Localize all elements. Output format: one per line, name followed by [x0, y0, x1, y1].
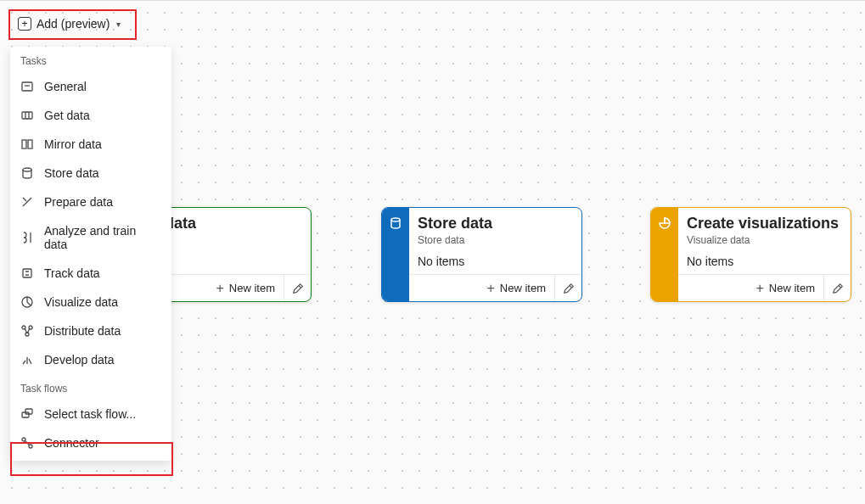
database-icon: [389, 216, 402, 230]
menu-item-select-task-flow[interactable]: Select task flow...: [10, 400, 171, 428]
store-data-icon: [20, 166, 34, 180]
menu-item-store-data[interactable]: Store data: [10, 159, 171, 188]
menu-item-develop-data[interactable]: Develop data: [10, 345, 171, 374]
task-card-visualize[interactable]: Create visualizations Visualize data No …: [650, 207, 851, 302]
add-preview-button[interactable]: + Add (preview) ▾: [11, 12, 127, 36]
menu-item-connector[interactable]: Connector: [10, 428, 171, 457]
prepare-data-icon: [20, 195, 34, 209]
pie-chart-icon: [658, 216, 671, 230]
plus-icon: +: [755, 282, 763, 295]
menu-item-label: Track data: [44, 266, 100, 280]
pencil-icon: [563, 283, 575, 294]
menu-item-general[interactable]: General: [10, 72, 171, 101]
new-item-label: New item: [769, 282, 815, 294]
select-flow-icon: [20, 407, 34, 421]
plus-box-icon: +: [18, 17, 31, 31]
menu-item-label: Connector: [44, 436, 99, 450]
menu-item-label: Analyze and train data: [44, 224, 161, 251]
plus-icon: +: [216, 282, 223, 295]
distribute-data-icon: [20, 324, 34, 338]
menu-item-label: General: [44, 80, 87, 93]
connector-icon: [20, 436, 34, 450]
svg-rect-4: [28, 140, 32, 148]
menu-item-prepare-data[interactable]: Prepare data: [10, 188, 171, 216]
task-card-store-data[interactable]: Store data Store data No items + New ite…: [381, 207, 582, 302]
card-subtitle: Visualize data: [687, 234, 842, 246]
svg-rect-1: [22, 82, 32, 91]
section-label-flows: Task flows: [10, 379, 171, 400]
track-data-icon: [20, 266, 34, 280]
develop-data-icon: [20, 353, 34, 367]
menu-item-label: Get data: [44, 109, 90, 122]
menu-item-get-data[interactable]: Get data: [10, 101, 171, 130]
add-label: Add (preview): [37, 17, 110, 31]
section-label-tasks: Tasks: [10, 52, 171, 72]
menu-item-analyze-data[interactable]: Analyze and train data: [10, 216, 171, 259]
pencil-icon: [832, 283, 844, 294]
edit-button[interactable]: [823, 275, 851, 301]
card-title: Create visualizations: [687, 215, 842, 232]
menu-item-track-data[interactable]: Track data: [10, 259, 171, 288]
menu-item-label: Store data: [44, 166, 99, 180]
card-stripe: [382, 208, 409, 301]
card-stripe: [651, 208, 678, 301]
new-item-button[interactable]: + New item: [747, 275, 823, 301]
card-subtitle: Store data: [418, 234, 573, 246]
pencil-icon: [292, 283, 304, 294]
menu-item-label: Visualize data: [44, 295, 118, 309]
menu-item-label: Distribute data: [44, 324, 121, 338]
mirror-data-icon: [20, 137, 34, 151]
edit-button[interactable]: [284, 275, 311, 301]
visualize-data-icon: [20, 295, 34, 309]
svg-point-5: [23, 168, 31, 171]
get-data-icon: [20, 109, 34, 122]
add-dropdown: Tasks General Get data Mirror data Store…: [10, 47, 171, 461]
svg-rect-3: [22, 140, 26, 148]
menu-item-label: Select task flow...: [44, 407, 136, 421]
menu-item-label: Prepare data: [44, 195, 113, 209]
svg-rect-2: [22, 112, 32, 119]
menu-item-label: Mirror data: [44, 137, 102, 151]
chevron-down-icon: ▾: [116, 20, 121, 29]
menu-item-mirror-data[interactable]: Mirror data: [10, 130, 171, 159]
new-item-button[interactable]: + New item: [207, 275, 284, 301]
analyze-data-icon: [20, 231, 34, 244]
menu-item-distribute-data[interactable]: Distribute data: [10, 316, 171, 345]
card-status: No items: [418, 255, 573, 268]
edit-button[interactable]: [554, 275, 581, 301]
menu-item-visualize-data[interactable]: Visualize data: [10, 288, 171, 316]
card-status: No items: [687, 255, 842, 268]
card-title: Store data: [418, 215, 573, 232]
menu-item-label: Develop data: [44, 353, 115, 367]
new-item-label: New item: [229, 282, 275, 294]
new-item-label: New item: [500, 282, 546, 294]
svg-point-0: [391, 218, 400, 221]
new-item-button[interactable]: + New item: [478, 275, 554, 301]
svg-rect-6: [23, 269, 31, 277]
plus-icon: +: [486, 282, 494, 295]
general-icon: [20, 80, 34, 93]
